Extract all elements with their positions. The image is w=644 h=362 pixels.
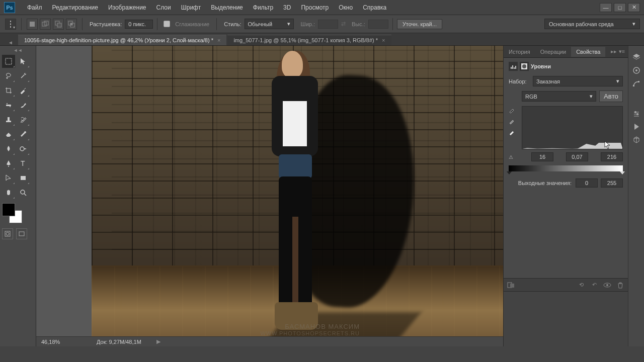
gradient-tool[interactable] [17,128,30,141]
output-gradient[interactable] [509,165,623,171]
white-point-input[interactable] [601,152,623,161]
document-tab-active[interactable]: 10056-stage-high-definition-picture.jpg … [18,35,226,45]
style-select[interactable]: Обычный▾ [245,19,294,29]
panel-tab-actions[interactable]: Операции [535,47,571,57]
image-subject [258,51,348,346]
svg-rect-26 [514,67,515,69]
quickmask-button[interactable] [2,228,13,239]
app-logo: Ps [4,2,15,13]
gamma-input[interactable] [566,152,588,161]
auto-button[interactable]: Авто [599,90,623,102]
swap-icon: ⇄ [341,21,346,27]
menu-window[interactable]: Окно [334,4,358,11]
selection-add-icon[interactable] [40,19,51,30]
menu-3d[interactable]: 3D [278,4,296,11]
document-canvas[interactable] [92,46,503,346]
status-play-icon[interactable]: ▶ [156,338,160,345]
eyedropper-tool[interactable] [17,84,30,97]
tab-close-icon[interactable]: × [217,37,220,43]
close-button[interactable]: ✕ [628,3,640,12]
black-eyedropper-icon[interactable] [509,106,517,114]
panel-tab-history[interactable]: История [504,47,535,57]
menu-image[interactable]: Изображение [103,4,151,11]
svg-rect-19 [21,176,26,180]
eraser-tool[interactable] [2,128,15,141]
panel-menu-icon[interactable]: ▾≡ [619,48,625,55]
trash-icon[interactable] [616,281,625,290]
menu-select[interactable]: Выделение [206,4,248,11]
play-shortcut-icon[interactable] [631,121,642,132]
channels-shortcut-icon[interactable] [631,65,642,76]
zoom-display[interactable]: 46,18% [41,339,87,345]
selection-intersect-icon[interactable] [66,19,77,30]
docsize-display[interactable]: Док: 9,27M/48,1M [97,339,141,345]
output-white-input[interactable] [601,178,623,188]
tab-close-icon[interactable]: × [382,37,385,43]
minimize-button[interactable]: — [600,3,612,12]
screenmode-button[interactable] [16,228,27,239]
selection-subtract-icon[interactable] [53,19,64,30]
clip-mask-icon[interactable] [507,281,516,290]
prev-state-icon[interactable]: ⟲ [577,281,586,290]
magic-wand-tool[interactable] [17,69,30,82]
feather-input[interactable] [125,20,153,29]
blur-tool[interactable] [2,142,15,155]
collapse-handle[interactable]: ◄◄ [2,48,34,53]
dodge-tool[interactable] [17,142,30,155]
refine-edge-button[interactable]: Уточн. край... [397,19,442,29]
zoom-tool[interactable] [17,186,30,199]
lasso-tool[interactable] [2,69,15,82]
menu-filter[interactable]: Фильтр [248,4,278,11]
mask-icon[interactable] [520,62,529,71]
menu-help[interactable]: Справка [358,4,391,11]
canvas-area[interactable]: Басманов Максим www.photoshopsecrets.ru … [36,46,503,346]
move-tool[interactable] [17,55,30,68]
crop-tool[interactable] [2,84,15,97]
adjustments-shortcut-icon[interactable] [631,108,642,119]
black-point-input[interactable] [531,152,553,161]
stamp-tool[interactable] [2,113,15,126]
menu-bar: Ps Файл Редактирование Изображение Слои … [0,0,644,15]
selection-new-icon[interactable] [27,19,38,30]
color-swatches[interactable] [2,203,22,223]
rectangle-tool[interactable] [17,171,30,185]
reset-icon[interactable]: ↶ [590,281,599,290]
hand-tool[interactable] [2,186,15,199]
menu-file[interactable]: Файл [22,4,47,11]
tool-preset-picker[interactable] [5,19,16,30]
panel-tab-properties[interactable]: Свойства [571,47,605,57]
right-panels: История Операции Свойства ▸▸▾≡ Уровни На… [503,46,644,346]
marquee-tool[interactable] [2,55,15,68]
gray-eyedropper-icon[interactable] [509,117,517,125]
3d-shortcut-icon[interactable] [631,134,642,145]
collapse-icon[interactable]: ▸▸ [611,48,617,55]
menu-layers[interactable]: Слои [151,4,176,11]
menu-edit[interactable]: Редактирование [47,4,103,11]
preset-select[interactable]: Заказная▾ [533,76,623,86]
type-tool[interactable]: T [17,157,30,170]
collapsed-panel[interactable] [504,291,628,346]
workspace-select[interactable]: Основная рабочая среда▾ [544,19,640,29]
maximize-button[interactable]: □ [614,3,626,12]
output-black-input[interactable] [576,178,598,188]
output-white-slider[interactable] [620,171,625,174]
white-eyedropper-icon[interactable] [509,128,517,136]
histogram[interactable] [522,106,623,149]
svg-point-16 [20,147,24,151]
tab-scroll-left[interactable]: ◄ [8,40,18,45]
document-tab[interactable]: img_5077-1.jpg @ 55,1% (img_5077-1 копия… [227,35,391,45]
menu-font[interactable]: Шрифт [176,4,206,11]
brush-tool[interactable] [17,99,30,112]
pen-tool[interactable] [2,157,15,170]
svg-point-20 [21,190,25,194]
paths-shortcut-icon[interactable] [631,78,642,89]
path-select-tool[interactable] [2,171,15,185]
menu-view[interactable]: Просмотр [296,4,334,11]
foreground-swatch[interactable] [2,203,15,216]
layers-shortcut-icon[interactable] [631,52,642,63]
healing-tool[interactable] [2,99,15,112]
visibility-icon[interactable] [603,281,612,290]
channel-select[interactable]: RGB▾ [522,91,596,102]
output-black-slider[interactable] [507,171,512,174]
history-brush-tool[interactable] [17,113,30,126]
